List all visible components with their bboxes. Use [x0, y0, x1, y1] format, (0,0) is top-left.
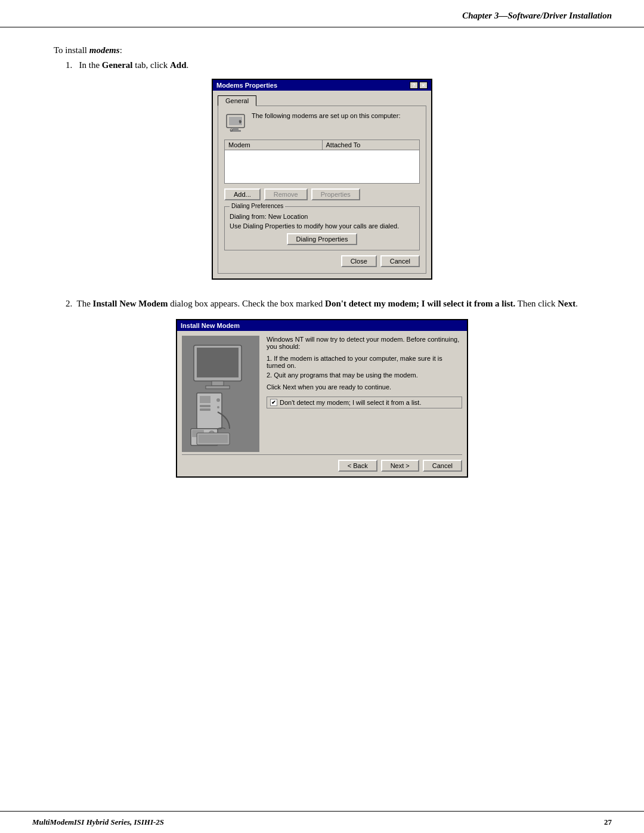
- svg-rect-10: [200, 396, 210, 403]
- dialing-from: Dialing from: New Location: [230, 213, 414, 220]
- modem-buttons-row: Add... Remove Properties: [224, 188, 420, 200]
- table-col-modem: Modem: [225, 140, 323, 150]
- chapter-title: Chapter 3—Software/Driver Installation: [462, 11, 612, 21]
- dialing-prefs-group: Dialing Preferences Dialing from: New Lo…: [224, 206, 420, 250]
- modem-list-label: The following modems are set up on this …: [252, 112, 400, 119]
- modems-properties-dialog: Modems Properties ? × General: [212, 79, 432, 280]
- modems-title: Modems Properties: [216, 82, 277, 89]
- tab-bar: General: [218, 95, 426, 106]
- step2-bold3: Next: [558, 299, 575, 308]
- intro-colon: :: [120, 45, 122, 55]
- svg-point-11: [216, 398, 220, 402]
- svg-rect-6: [197, 348, 239, 377]
- cancel-button-install[interactable]: Cancel: [423, 460, 462, 472]
- step1-mid: tab, click: [132, 60, 169, 70]
- step2-mid2: Then click: [515, 299, 558, 308]
- step1-period: .: [187, 60, 189, 70]
- footer-page-number: 27: [604, 817, 612, 827]
- remove-button[interactable]: Remove: [264, 188, 308, 200]
- step2-text: 2. The Install New Modem dialog box appe…: [66, 296, 590, 311]
- install-body: Windows NT will now try to detect your m…: [177, 331, 467, 476]
- modem-icon-row: The following modems are set up on this …: [224, 112, 420, 135]
- computer-illustration: [185, 340, 256, 448]
- tab-general[interactable]: General: [218, 95, 256, 106]
- svg-point-12: [217, 406, 219, 408]
- install-list-item-2: Quit any programs that may be using the …: [267, 371, 462, 379]
- footer-left: MultiModemISI Hybrid Series, ISIHI-2S: [32, 817, 164, 827]
- install-title: Install New Modem: [181, 322, 240, 329]
- cancel-button[interactable]: Cancel: [380, 255, 420, 267]
- step2-bold2: Don't detect my modem; I will select it …: [325, 299, 515, 308]
- separator: [182, 454, 462, 455]
- step2-mid1: dialog box appears. Check the box marked: [168, 299, 325, 308]
- dialing-properties-button[interactable]: Dialing Properties: [287, 233, 358, 245]
- next-button[interactable]: Next >: [381, 460, 419, 472]
- install-titlebar: Install New Modem: [177, 320, 467, 331]
- svg-rect-13: [200, 405, 210, 407]
- install-new-modem-screenshot: Install New Modem: [54, 319, 590, 478]
- dialing-desc: Use Dialing Properties to modify how you…: [230, 222, 414, 230]
- modem-table: Modem Attached To: [224, 140, 420, 184]
- svg-rect-20: [199, 435, 228, 443]
- table-header: Modem Attached To: [225, 140, 419, 150]
- properties-button[interactable]: Properties: [311, 188, 360, 200]
- svg-rect-2: [233, 128, 239, 130]
- table-body: [225, 150, 419, 183]
- dont-detect-checkbox[interactable]: ✔: [270, 399, 277, 406]
- step2-bold1: Install New Modem: [93, 299, 168, 308]
- main-content: To install modems: 1. In the General tab…: [0, 27, 644, 518]
- step2-prefix: The: [76, 299, 92, 308]
- titlebar-buttons: ? ×: [410, 82, 428, 89]
- modems-titlebar: Modems Properties ? ×: [213, 80, 431, 91]
- install-main-text: Windows NT will now try to detect your m…: [267, 336, 462, 350]
- intro-bold: modems: [89, 45, 120, 55]
- back-button[interactable]: < Back: [338, 460, 377, 472]
- help-button[interactable]: ?: [410, 82, 418, 89]
- step1-num: 1.: [66, 60, 77, 70]
- dont-detect-checkbox-row[interactable]: ✔ Don't detect my modem; I will select i…: [267, 397, 462, 408]
- table-col-attached: Attached To: [323, 140, 420, 150]
- step2-period: .: [575, 299, 578, 308]
- intro-paragraph: To install modems:: [54, 45, 590, 55]
- install-list: If the modem is attached to your compute…: [267, 355, 462, 379]
- step1-bold1: General: [102, 60, 133, 70]
- intro-text-prefix: To install: [54, 45, 89, 55]
- install-list-item-1: If the modem is attached to your compute…: [267, 355, 462, 369]
- tab-content: The following modems are set up on this …: [218, 106, 426, 274]
- close-button[interactable]: Close: [341, 255, 377, 267]
- dont-detect-label: Don't detect my modem; I will select it …: [280, 399, 421, 406]
- dialing-prefs-label: Dialing Preferences: [230, 203, 285, 209]
- add-button[interactable]: Add...: [224, 188, 261, 200]
- install-content: Windows NT will now try to detect your m…: [182, 336, 462, 452]
- step1-prefix: In the: [79, 60, 102, 70]
- install-new-modem-dialog: Install New Modem: [176, 319, 468, 478]
- close-window-button[interactable]: ×: [419, 82, 428, 89]
- install-text-area: Windows NT will now try to detect your m…: [267, 336, 462, 452]
- phone-icon: [224, 112, 247, 135]
- step1-text: 1. In the General tab, click Add.: [66, 60, 590, 70]
- page-footer: MultiModemISI Hybrid Series, ISIHI-2S 27: [0, 811, 644, 833]
- install-btn-row: < Back Next > Cancel: [182, 460, 462, 472]
- modems-properties-screenshot: Modems Properties ? × General: [54, 79, 590, 280]
- svg-rect-14: [200, 408, 210, 411]
- svg-rect-8: [206, 386, 230, 389]
- step1-bold2: Add: [170, 60, 187, 70]
- svg-rect-7: [212, 381, 224, 386]
- modems-bottom-row: Close Cancel: [224, 255, 420, 267]
- install-image: [182, 336, 259, 452]
- modems-body: General: [213, 91, 431, 278]
- page-header: Chapter 3—Software/Driver Installation: [0, 0, 644, 27]
- install-click-text: Click Next when you are ready to continu…: [267, 383, 462, 391]
